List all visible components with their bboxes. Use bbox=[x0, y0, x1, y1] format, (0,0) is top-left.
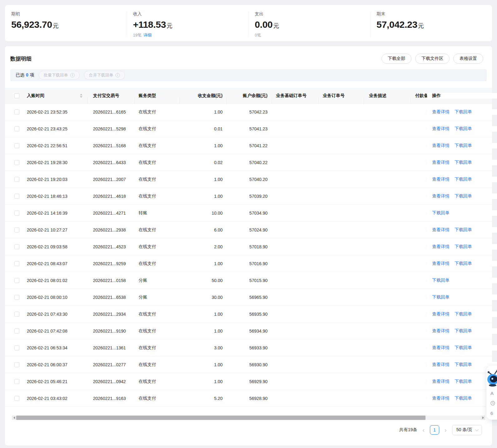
row-checkbox[interactable] bbox=[14, 329, 19, 334]
view-detail-link[interactable]: 查看详情 bbox=[432, 311, 450, 316]
download-receipt-link[interactable]: 下载回单 bbox=[455, 177, 472, 182]
merge-download-label: 合并下载回单 bbox=[89, 72, 113, 78]
download-file-area-button[interactable]: 下载文件区 bbox=[415, 54, 450, 64]
download-receipt-link[interactable]: 下载回单 bbox=[455, 261, 472, 266]
row-checkbox[interactable] bbox=[14, 396, 19, 401]
next-page-icon[interactable]: › bbox=[444, 427, 447, 433]
page-title: 数据明细 bbox=[10, 55, 32, 62]
row-checkbox[interactable] bbox=[14, 110, 19, 114]
entry-time: 2026-02-21 19:28:30 bbox=[22, 160, 88, 165]
account-type: 在线支付 bbox=[135, 379, 180, 384]
row-actions: 下载回单 bbox=[427, 210, 497, 216]
row-checkbox[interactable] bbox=[14, 143, 19, 148]
row-checkbox[interactable] bbox=[14, 227, 19, 232]
row-checkbox-cell bbox=[5, 177, 22, 182]
summary-amount: 56,923.70 bbox=[11, 19, 52, 30]
row-checkbox[interactable] bbox=[14, 345, 19, 350]
row-checkbox[interactable] bbox=[14, 295, 19, 300]
download-receipt-link[interactable]: 下载回单 bbox=[455, 160, 472, 165]
download-receipt-link[interactable]: 下载回单 bbox=[432, 210, 450, 215]
row-checkbox[interactable] bbox=[14, 362, 19, 367]
view-detail-link[interactable]: 查看详情 bbox=[432, 396, 450, 401]
table-row: 2026-02-21 06:53:34 20260221...1361 在线支付… bbox=[5, 339, 492, 356]
entry-time: 2026-02-21 14:16:39 bbox=[22, 211, 88, 216]
horizontal-scrollbar[interactable] bbox=[12, 416, 485, 420]
download-receipt-link[interactable]: 下载回单 bbox=[432, 295, 450, 299]
view-detail-link[interactable]: 查看详情 bbox=[432, 244, 450, 249]
batch-download-receipt-button[interactable]: 批量下载回单 bbox=[39, 71, 80, 80]
row-checkbox[interactable] bbox=[14, 194, 19, 199]
row-checkbox-cell bbox=[5, 362, 22, 367]
currency-unit: 元 bbox=[53, 22, 59, 29]
download-receipt-link[interactable]: 下载回单 bbox=[455, 126, 472, 131]
download-receipt-link[interactable]: 下载回单 bbox=[455, 244, 472, 249]
account-type: 在线支付 bbox=[135, 244, 180, 250]
row-actions: 下载回单 bbox=[427, 295, 497, 300]
merge-download-receipt-button[interactable]: 合并下载回单 bbox=[84, 71, 125, 80]
row-checkbox[interactable] bbox=[14, 261, 19, 266]
row-actions: 下载回单 bbox=[427, 278, 497, 283]
sort-caret-icon[interactable] bbox=[80, 94, 82, 98]
download-receipt-link[interactable]: 下载回单 bbox=[455, 362, 472, 367]
row-checkbox[interactable] bbox=[14, 126, 19, 131]
row-actions: 查看详情下载回单 bbox=[427, 328, 497, 334]
download-receipt-link[interactable]: 下载回单 bbox=[455, 227, 472, 232]
current-page-button[interactable]: 1 bbox=[430, 425, 439, 435]
header-alipay-txn-id: 支付宝交易号 bbox=[88, 93, 135, 99]
page-size-select[interactable]: 50 条/页 bbox=[452, 425, 482, 435]
summary-income: 收入 +118.53元 19笔详细 bbox=[127, 5, 248, 41]
amount-value: 30.00 bbox=[180, 295, 227, 300]
row-checkbox[interactable] bbox=[14, 278, 19, 283]
download-receipt-link[interactable]: 下载回单 bbox=[432, 278, 450, 283]
prev-page-icon[interactable]: ‹ bbox=[422, 427, 425, 433]
row-checkbox-cell bbox=[5, 295, 22, 300]
balance-value: 56930.90 bbox=[227, 362, 272, 367]
account-type: 在线支付 bbox=[135, 227, 180, 233]
transactions-table: 入账时间 支付宝交易号 账务类型 收支金额(元) 账户余额(元) 业务基础订单号… bbox=[5, 88, 492, 420]
amount-value: 5.20 bbox=[180, 396, 227, 401]
data-detail-panel: 数据明细 下载全部 下载文件区 表格设置 已选0项 批量下载回单 合并下载回单 … bbox=[5, 46, 492, 446]
view-detail-link[interactable]: 查看详情 bbox=[432, 362, 450, 367]
assistant-robot-icon[interactable] bbox=[485, 369, 497, 387]
entry-time: 2026-02-21 08:01:02 bbox=[22, 278, 88, 283]
row-checkbox[interactable] bbox=[14, 211, 19, 216]
download-receipt-link[interactable]: 下载回单 bbox=[455, 396, 472, 401]
view-detail-link[interactable]: 查看详情 bbox=[432, 328, 450, 333]
view-detail-link[interactable]: 查看详情 bbox=[432, 143, 450, 148]
amount-value: 1.00 bbox=[180, 362, 227, 367]
income-detail-link[interactable]: 详细 bbox=[143, 33, 151, 37]
view-detail-link[interactable]: 查看详情 bbox=[432, 379, 450, 384]
row-checkbox[interactable] bbox=[14, 379, 19, 384]
header-balance: 账户余额(元) bbox=[227, 93, 272, 99]
view-detail-link[interactable]: 查看详情 bbox=[432, 126, 450, 131]
table-row: 2026-02-21 22:56:51 20260221...5168 在线支付… bbox=[5, 137, 492, 154]
view-detail-link[interactable]: 查看详情 bbox=[432, 227, 450, 232]
view-detail-link[interactable]: 查看详情 bbox=[432, 261, 450, 266]
row-checkbox[interactable] bbox=[14, 312, 19, 317]
download-receipt-link[interactable]: 下载回单 bbox=[455, 311, 472, 316]
row-checkbox[interactable] bbox=[14, 177, 19, 182]
scrollbar-thumb[interactable] bbox=[16, 416, 426, 420]
row-checkbox[interactable] bbox=[14, 244, 19, 249]
alipay-txn-id: 20260221...6538 bbox=[88, 295, 135, 300]
row-checkbox[interactable] bbox=[14, 160, 19, 165]
summary-sub: 0笔 bbox=[255, 32, 370, 38]
view-detail-link[interactable]: 查看详情 bbox=[432, 193, 450, 198]
view-detail-link[interactable]: 查看详情 bbox=[432, 160, 450, 165]
select-all-checkbox[interactable] bbox=[14, 93, 19, 98]
view-detail-link[interactable]: 查看详情 bbox=[432, 345, 450, 350]
scroll-right-arrow-icon[interactable] bbox=[481, 416, 485, 420]
table-row: 2026-02-21 23:43:25 20260221...5298 在线支付… bbox=[5, 120, 492, 137]
view-detail-link[interactable]: 查看详情 bbox=[432, 177, 450, 182]
download-receipt-link[interactable]: 下载回单 bbox=[455, 143, 472, 148]
amount-value: 0.02 bbox=[180, 160, 227, 165]
view-detail-link[interactable]: 查看详情 bbox=[432, 109, 450, 114]
download-receipt-link[interactable]: 下载回单 bbox=[455, 193, 472, 198]
download-receipt-link[interactable]: 下载回单 bbox=[455, 345, 472, 350]
download-all-button[interactable]: 下载全部 bbox=[381, 54, 411, 64]
download-receipt-link[interactable]: 下载回单 bbox=[455, 109, 472, 114]
scroll-left-arrow-icon[interactable] bbox=[12, 416, 16, 420]
download-receipt-link[interactable]: 下载回单 bbox=[455, 328, 472, 333]
download-receipt-link[interactable]: 下载回单 bbox=[455, 379, 472, 384]
table-settings-button[interactable]: 表格设置 bbox=[453, 54, 483, 64]
